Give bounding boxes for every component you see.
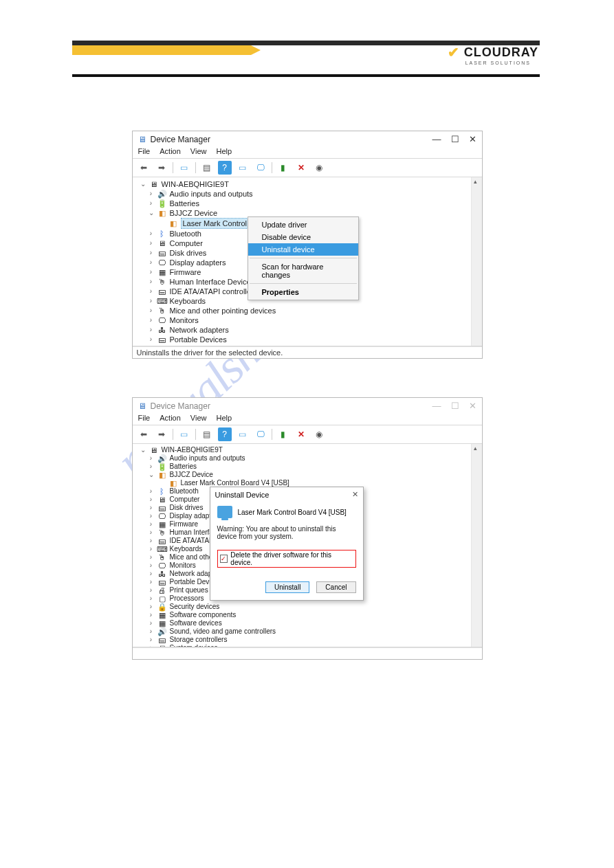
menu-bar: File Action View Help (133, 146, 482, 159)
ctx-separator (250, 258, 357, 258)
tree-item[interactable]: Computer (170, 496, 200, 504)
status-bar (133, 647, 482, 659)
tree-item[interactable]: Monitors (170, 315, 199, 325)
tree-item[interactable]: Firmware (170, 267, 201, 277)
uninstall-button[interactable]: Uninstall (265, 581, 309, 593)
cancel-button[interactable]: Cancel (316, 581, 355, 593)
toolbar-delete[interactable]: ✕ (294, 427, 308, 441)
ctx-uninstall-device[interactable]: Uninstall device (248, 243, 358, 256)
tree-item[interactable]: Human Interface Devices (170, 277, 255, 287)
toolbar-monitor[interactable]: 🖵 (254, 427, 267, 441)
ctx-disable-device[interactable]: Disable device (248, 231, 358, 243)
toolbar-btn2[interactable]: ▭ (236, 161, 250, 175)
toolbar-properties[interactable]: ▤ (200, 427, 214, 441)
tree-item[interactable]: Firmware (170, 520, 199, 528)
tree-item[interactable]: Print queues (170, 344, 212, 346)
tree-item[interactable]: Bluetooth (170, 487, 199, 496)
close-button[interactable]: ✕ (469, 134, 476, 144)
maximize-button[interactable]: ☐ (451, 401, 459, 411)
tree-item[interactable]: Security devices (170, 603, 220, 611)
device-manager-icon: 🖥 (138, 401, 146, 411)
menu-help[interactable]: Help (216, 414, 232, 422)
toolbar-enable[interactable]: ◉ (312, 161, 326, 175)
tree-item[interactable]: Keyboards (170, 545, 203, 553)
window-title: Device Manager (151, 135, 210, 144)
device-icon (217, 506, 232, 518)
tree-item[interactable]: Audio inputs and outputs (170, 189, 253, 199)
tree-item[interactable]: Print queues (170, 586, 208, 594)
toolbar-delete[interactable]: ✕ (294, 161, 308, 175)
tree-item[interactable]: Storage controllers (170, 636, 228, 644)
minimize-button[interactable]: — (432, 134, 441, 144)
tree-item[interactable]: Computer (170, 238, 203, 248)
tree-item[interactable]: Processors (170, 594, 204, 603)
tree-item[interactable]: System devices (170, 644, 218, 647)
toolbar-btn[interactable]: ▭ (177, 161, 191, 175)
status-text: Uninstalls the driver for the selected d… (137, 348, 283, 357)
minimize-button[interactable]: — (432, 401, 441, 411)
forward-button[interactable]: ➡ (155, 427, 168, 441)
ctx-scan-hardware[interactable]: Scan for hardware changes (248, 260, 358, 281)
tree-root[interactable]: WIN-AEBQHIGIE9T (162, 179, 229, 189)
tree-item[interactable]: Disk drives (170, 248, 207, 258)
context-menu: Update driver Disable device Uninstall d… (248, 216, 359, 300)
tree-item[interactable]: Batteries (170, 463, 197, 471)
tree-item-bjjcz[interactable]: BJJCZ Device (170, 208, 218, 218)
tree-item[interactable]: Sound, video and game controllers (170, 627, 276, 636)
menu-action[interactable]: Action (160, 414, 181, 422)
tree-item[interactable]: Software components (170, 611, 237, 619)
tree-item[interactable]: Keyboards (170, 296, 206, 306)
toolbar-help[interactable]: ? (218, 161, 232, 175)
toolbar-scan[interactable]: ▮ (276, 427, 290, 441)
tree-item[interactable]: Disk drives (170, 504, 204, 512)
tree-item[interactable]: Audio inputs and outputs (170, 454, 245, 463)
logo-text: CLOUDRAY (464, 45, 538, 60)
tree-item[interactable]: Software devices (170, 619, 222, 627)
menu-file[interactable]: File (138, 147, 151, 155)
toolbar-btn2[interactable]: ▭ (236, 427, 250, 441)
toolbar: ⬅ ➡ ▭ ▤ ? ▭ 🖵 ▮ ✕ ◉ (133, 159, 482, 177)
header-bottom-bar (72, 74, 540, 77)
tree-item[interactable]: Display adapters (170, 258, 226, 267)
tree-item[interactable]: Network adapters (170, 325, 229, 335)
vertical-scrollbar[interactable] (471, 444, 482, 647)
forward-button[interactable]: ➡ (155, 161, 168, 175)
device-manager-icon: 🖥 (138, 135, 146, 144)
menu-action[interactable]: Action (160, 147, 181, 155)
menu-bar: File Action View Help (133, 412, 482, 425)
toolbar-monitor[interactable]: 🖵 (254, 161, 267, 175)
ctx-update-driver[interactable]: Update driver (248, 219, 358, 231)
status-bar: Uninstalls the driver for the selected d… (133, 346, 482, 358)
maximize-button[interactable]: ☐ (451, 134, 459, 144)
close-button[interactable]: ✕ (469, 401, 476, 411)
tree-root[interactable]: WIN-AEBQHIGIE9T (162, 446, 223, 454)
toolbar-btn[interactable]: ▭ (177, 427, 191, 441)
tree-item-bjjcz[interactable]: BJJCZ Device (170, 471, 213, 479)
tree-item[interactable]: Portable Devices (170, 335, 227, 344)
toolbar-scan[interactable]: ▮ (276, 161, 290, 175)
ctx-properties[interactable]: Properties (248, 286, 358, 298)
toolbar-enable[interactable]: ◉ (312, 427, 326, 441)
page-header: ✔ CLOUDRAY LASER SOLUTIONS (0, 0, 614, 82)
menu-help[interactable]: Help (216, 147, 232, 155)
dialog-close-button[interactable]: ✕ (352, 490, 358, 499)
dialog-delete-driver-checkbox[interactable]: ✓ Delete the driver software for this de… (217, 550, 356, 568)
menu-file[interactable]: File (138, 414, 151, 422)
tree-item[interactable]: Monitors (170, 561, 196, 570)
back-button[interactable]: ⬅ (137, 427, 151, 441)
toolbar: ⬅ ➡ ▭ ▤ ? ▭ 🖵 ▮ ✕ ◉ (133, 425, 482, 444)
tree-item[interactable]: Bluetooth (170, 229, 201, 238)
tree-item[interactable]: Mice and other pointing devices (170, 306, 276, 315)
logo-subtext: LASER SOLUTIONS (465, 60, 531, 65)
uninstall-dialog: Uninstall Device ✕ Laser Mark Control Bo… (210, 487, 364, 601)
vertical-scrollbar[interactable] (471, 177, 482, 346)
toolbar-help[interactable]: ? (218, 427, 232, 441)
checkbox-icon: ✓ (220, 555, 228, 563)
back-button[interactable]: ⬅ (137, 161, 151, 175)
cloudray-logo: ✔ CLOUDRAY LASER SOLUTIONS (448, 44, 538, 65)
tree-item[interactable]: IDE ATA/ATAPI controllers (170, 287, 258, 296)
menu-view[interactable]: View (190, 414, 207, 422)
toolbar-properties[interactable]: ▤ (200, 161, 214, 175)
menu-view[interactable]: View (190, 147, 207, 155)
tree-item[interactable]: Batteries (170, 199, 199, 208)
